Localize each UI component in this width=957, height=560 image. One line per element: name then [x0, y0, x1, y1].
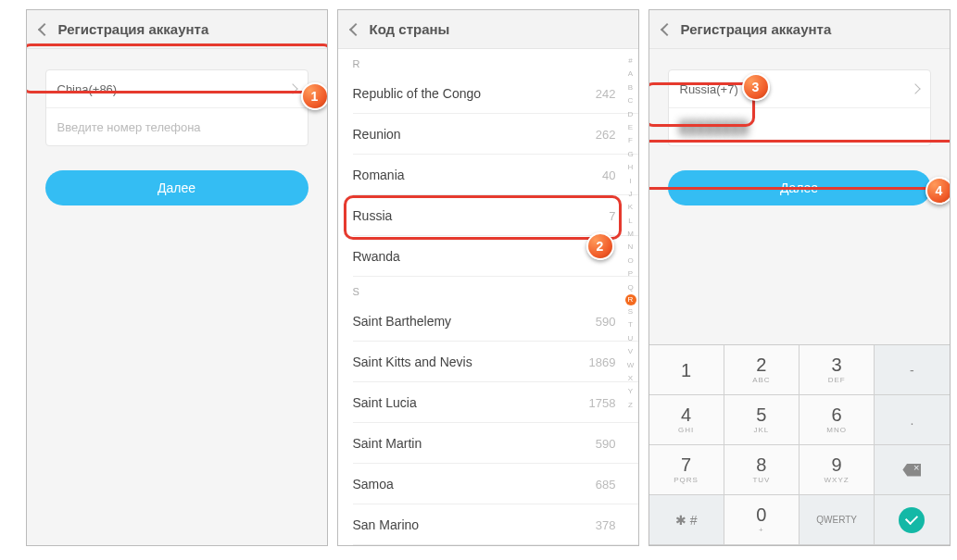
country-item[interactable]: Saint Lucia1758: [338, 382, 638, 423]
country-item[interactable]: Saint Kitts and Nevis1869: [338, 342, 638, 382]
country-code: 590: [596, 437, 616, 451]
country-name: Saint Lucia: [353, 395, 417, 410]
index-K[interactable]: K: [625, 201, 636, 214]
key-4[interactable]: 4GHI: [649, 395, 724, 445]
input-card: China(+86): [45, 69, 309, 146]
phone-3: Регистрация аккаунта Russia(+7) ████████…: [648, 9, 951, 546]
index-A[interactable]: A: [625, 68, 636, 81]
country-name: Saint Barthelemy: [353, 314, 452, 329]
country-name: Russia: [353, 208, 393, 223]
phone-input[interactable]: [46, 108, 308, 145]
next-button[interactable]: Далее: [668, 170, 931, 205]
key-5[interactable]: 5JKL: [724, 395, 800, 445]
back-icon[interactable]: [348, 22, 361, 35]
country-item[interactable]: Samoa685: [338, 464, 638, 504]
input-card: Russia(+7) ████████: [668, 69, 931, 146]
country-code: 1758: [589, 396, 616, 410]
country-name: Reunion: [353, 127, 401, 142]
country-code: 590: [596, 315, 616, 329]
index-M[interactable]: M: [625, 228, 636, 241]
index-Y[interactable]: Y: [625, 385, 636, 398]
header: Код страны: [338, 10, 638, 49]
index-V[interactable]: V: [625, 345, 636, 358]
country-name: Saint Kitts and Nevis: [353, 355, 472, 369]
alpha-index[interactable]: #ABCDEFGHIJKLMNOPQRSTUVWXYZ: [625, 55, 636, 545]
key-QWERTY[interactable]: QWERTY: [800, 495, 875, 545]
chevron-right-icon: [910, 83, 920, 93]
next-button[interactable]: Далее: [45, 170, 309, 205]
country-code: 1869: [589, 355, 616, 369]
index-S[interactable]: S: [625, 305, 636, 318]
index-H[interactable]: H: [625, 161, 636, 174]
index-G[interactable]: G: [625, 148, 636, 161]
key-.[interactable]: .: [875, 395, 949, 445]
key-3[interactable]: 3DEF: [800, 345, 875, 395]
index-R[interactable]: R: [625, 294, 636, 305]
index-B[interactable]: B: [625, 81, 636, 94]
country-selector[interactable]: China(+86): [46, 70, 308, 107]
key-6[interactable]: 6MNO: [800, 395, 875, 445]
country-selector[interactable]: Russia(+7): [669, 70, 930, 107]
country-name: Romania: [353, 168, 405, 182]
phone-2: Код страны R Republic of the Congo242Reu…: [337, 9, 639, 546]
phone-input-filled[interactable]: ████████: [669, 108, 930, 145]
header: Регистрация аккаунта: [649, 10, 950, 49]
key-bsp[interactable]: [875, 445, 949, 495]
key--[interactable]: -: [875, 345, 949, 395]
key-2[interactable]: 2ABC: [724, 345, 800, 395]
index-L[interactable]: L: [625, 215, 636, 228]
index-J[interactable]: J: [625, 188, 636, 201]
section-s: S: [338, 277, 638, 301]
country-item[interactable]: Reunion262: [338, 114, 638, 155]
country-value: Russia(+7): [680, 82, 738, 96]
key-0[interactable]: 0+: [724, 495, 800, 545]
key-7[interactable]: 7PQRS: [649, 445, 724, 495]
back-icon[interactable]: [660, 22, 673, 35]
country-name: Rwanda: [353, 249, 400, 264]
country-code: 378: [596, 518, 616, 532]
section-r: R: [338, 49, 638, 73]
page-title: Регистрация аккаунта: [681, 21, 832, 37]
index-X[interactable]: X: [625, 372, 636, 385]
country-item[interactable]: Russia7: [338, 195, 638, 236]
country-list[interactable]: R Republic of the Congo242Reunion262Roma…: [338, 49, 638, 545]
country-item[interactable]: Republic of the Congo242: [338, 73, 638, 114]
index-C[interactable]: C: [625, 94, 636, 107]
index-T[interactable]: T: [625, 318, 636, 331]
confirm-icon: [899, 507, 925, 533]
index-E[interactable]: E: [625, 121, 636, 134]
numeric-keypad: 12ABC3DEF-4GHI5JKL6MNO.7PQRS8TUV9WXYZ✱ #…: [649, 344, 950, 545]
country-item[interactable]: Romania40: [338, 155, 638, 195]
country-name: Samoa: [353, 477, 394, 492]
header: Регистрация аккаунта: [27, 10, 327, 49]
country-item[interactable]: Rwanda: [338, 236, 638, 277]
index-P[interactable]: P: [625, 268, 636, 280]
index-Z[interactable]: Z: [625, 399, 636, 412]
back-icon[interactable]: [37, 22, 50, 35]
key-8[interactable]: 8TUV: [724, 445, 800, 495]
country-item[interactable]: Saint Barthelemy590: [338, 301, 638, 342]
index-U[interactable]: U: [625, 332, 636, 345]
phone-value-masked: ████████: [680, 120, 749, 134]
key-ok[interactable]: [875, 495, 949, 545]
country-name: San Marino: [353, 517, 420, 532]
country-code: 242: [596, 87, 616, 101]
index-F[interactable]: F: [625, 134, 636, 147]
chevron-right-icon: [287, 83, 297, 93]
key-1[interactable]: 1: [649, 345, 724, 395]
country-code: 262: [596, 128, 616, 142]
key-✱ #[interactable]: ✱ #: [649, 495, 724, 545]
index-O[interactable]: O: [625, 255, 636, 268]
index-I[interactable]: I: [625, 175, 636, 188]
index-W[interactable]: W: [625, 359, 636, 372]
page-title: Код страны: [370, 21, 450, 37]
country-item[interactable]: San Marino378: [338, 504, 638, 545]
index-D[interactable]: D: [625, 108, 636, 121]
index-N[interactable]: N: [625, 241, 636, 254]
country-code: 7: [609, 209, 615, 223]
tutorial-stage: Регистрация аккаунта China(+86) Далее 1 …: [9, 9, 957, 560]
country-code: 685: [596, 478, 616, 492]
index-#[interactable]: #: [625, 55, 636, 68]
key-9[interactable]: 9WXYZ: [800, 445, 875, 495]
country-item[interactable]: Saint Martin590: [338, 423, 638, 464]
